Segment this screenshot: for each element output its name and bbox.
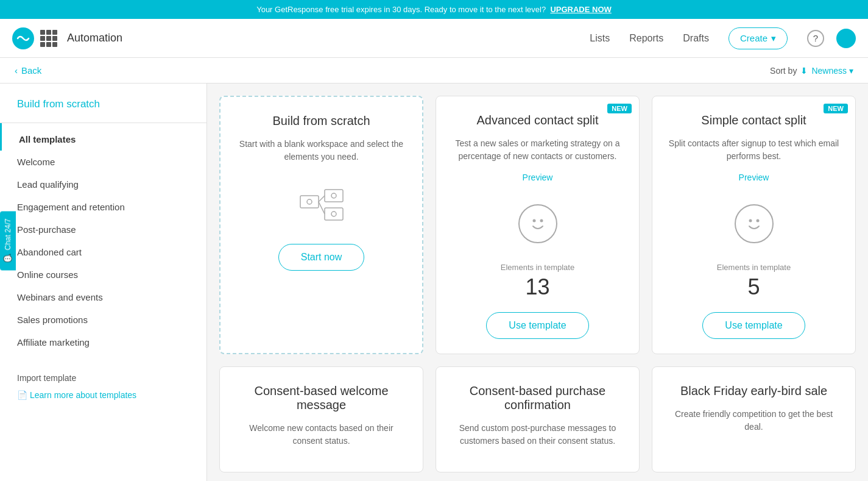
start-now-button[interactable]: Start now: [278, 244, 365, 271]
grid-icon: [40, 30, 57, 47]
svg-point-8: [532, 219, 535, 223]
avatar[interactable]: [836, 29, 856, 48]
header-right: ?: [807, 29, 856, 48]
top-banner: Your GetResponse free trial expires in 3…: [0, 0, 868, 19]
banner-text: Your GetResponse free trial expires in 3…: [256, 5, 546, 14]
chevron-down-icon: ▾: [849, 66, 853, 76]
sidebar-item-engagement[interactable]: Engagement and retention: [0, 196, 206, 218]
svg-point-5: [331, 212, 336, 216]
card-consent-welcome: Consent-based welcome message Welcome ne…: [219, 366, 423, 472]
card-black-friday: Black Friday early-bird sale Create frie…: [652, 366, 856, 472]
svg-point-11: [756, 219, 759, 223]
card-title-black-friday: Black Friday early-bird sale: [680, 384, 827, 398]
svg-rect-0: [300, 196, 319, 208]
svg-rect-2: [325, 190, 343, 202]
import-template[interactable]: Import template: [17, 368, 189, 388]
sort-by-area: Sort by ⬇ Newness ▾: [770, 66, 853, 76]
sidebar-item-affiliate[interactable]: Affiliate marketing: [0, 331, 206, 354]
preview-advanced[interactable]: Preview: [523, 173, 553, 182]
back-button[interactable]: ‹ Back: [15, 65, 41, 76]
document-icon: 📄: [17, 390, 27, 400]
learn-more-link[interactable]: 📄 Learn more about templates: [17, 388, 189, 402]
chat-icon: 💬: [4, 254, 12, 263]
card-desc-black-friday: Create friendly competition to get the b…: [667, 408, 841, 433]
header: Automation Lists Reports Drafts Create ▾…: [0, 19, 868, 58]
new-badge-advanced: NEW: [607, 104, 632, 113]
smiley-icon-simple: [730, 199, 778, 248]
header-nav: Lists Reports Drafts Create ▾: [590, 21, 788, 56]
preview-simple[interactable]: Preview: [739, 173, 769, 182]
elements-count-advanced: 13: [525, 274, 549, 300]
card-desc-advanced: Test a new sales or marketing strategy o…: [451, 137, 624, 163]
card-desc-simple: Split contacts after signup to test whic…: [667, 137, 841, 163]
svg-rect-4: [325, 208, 343, 220]
svg-line-6: [319, 196, 325, 202]
card-title-build: Build from scratch: [272, 114, 370, 128]
sidebar-item-lead-qualifying[interactable]: Lead qualifying: [0, 173, 206, 196]
card-desc-build: Start with a blank workspace and select …: [235, 138, 408, 163]
svg-point-9: [540, 219, 543, 223]
app-name: Automation: [67, 32, 122, 45]
upgrade-link[interactable]: UPGRADE NOW: [550, 5, 611, 14]
create-button[interactable]: Create ▾: [729, 27, 788, 49]
card-advanced-contact-split: NEW Advanced contact split Test a new sa…: [436, 96, 640, 354]
chevron-left-icon: ‹: [15, 65, 18, 76]
sort-filter-icon: ⬇: [800, 66, 808, 76]
card-title-consent-purchase: Consent-based purchase confirmation: [451, 384, 624, 412]
sidebar: Build from scratch All templates Welcome…: [0, 84, 207, 481]
card-simple-contact-split: NEW Simple contact split Split contacts …: [652, 96, 856, 354]
scratch-icon: [297, 180, 346, 229]
sidebar-bottom: Import template 📄 Learn more about templ…: [0, 368, 206, 402]
sidebar-item-online-courses[interactable]: Online courses: [0, 263, 206, 286]
nav-drafts[interactable]: Drafts: [683, 21, 709, 56]
card-desc-consent-purchase: Send custom post-purchase messages to cu…: [451, 422, 624, 447]
chevron-down-icon: ▾: [771, 33, 776, 44]
card-title-advanced: Advanced contact split: [476, 113, 598, 127]
sub-header: ‹ Back Sort by ⬇ Newness ▾: [0, 58, 868, 84]
svg-point-10: [749, 219, 752, 223]
elements-label-simple: Elements in template: [717, 263, 791, 272]
sort-label: Sort by: [770, 66, 797, 76]
sidebar-build-from-scratch[interactable]: Build from scratch: [0, 98, 206, 123]
nav-reports[interactable]: Reports: [629, 21, 663, 56]
sidebar-item-webinars[interactable]: Webinars and events: [0, 286, 206, 308]
new-badge-simple: NEW: [824, 104, 848, 113]
card-title-consent-welcome: Consent-based welcome message: [235, 384, 408, 412]
main-layout: Build from scratch All templates Welcome…: [0, 84, 868, 481]
card-desc-consent-welcome: Welcome new contacts based on their cons…: [235, 422, 408, 447]
nav-lists[interactable]: Lists: [590, 21, 610, 56]
sidebar-item-sales-promotions[interactable]: Sales promotions: [0, 308, 206, 331]
sort-value[interactable]: Newness ▾: [811, 66, 853, 76]
sidebar-item-welcome[interactable]: Welcome: [0, 151, 206, 173]
svg-point-3: [331, 193, 336, 198]
logo-icon: [12, 27, 34, 49]
content-area: Build from scratch Start with a blank wo…: [207, 84, 868, 481]
logo-area: Automation: [12, 27, 122, 49]
elements-label-advanced: Elements in template: [501, 263, 574, 272]
sidebar-all-templates[interactable]: All templates: [0, 123, 206, 151]
card-title-simple: Simple contact split: [701, 113, 806, 127]
card-build-from-scratch: Build from scratch Start with a blank wo…: [219, 96, 423, 354]
elements-count-simple: 5: [747, 274, 760, 300]
use-template-simple-button[interactable]: Use template: [702, 312, 805, 339]
sidebar-item-abandoned-cart[interactable]: Abandoned cart: [0, 241, 206, 263]
sidebar-item-post-purchase[interactable]: Post-purchase: [0, 218, 206, 241]
card-consent-purchase: Consent-based purchase confirmation Send…: [436, 366, 640, 472]
smiley-icon-advanced: [513, 199, 562, 248]
cards-grid: Build from scratch Start with a blank wo…: [219, 96, 856, 472]
svg-point-1: [307, 199, 312, 204]
chat-widget[interactable]: 💬 Chat 24/7: [0, 211, 16, 270]
help-icon[interactable]: ?: [807, 30, 824, 47]
chat-label: Chat 24/7: [4, 218, 12, 250]
svg-line-7: [319, 202, 325, 214]
use-template-advanced-button[interactable]: Use template: [486, 312, 588, 339]
